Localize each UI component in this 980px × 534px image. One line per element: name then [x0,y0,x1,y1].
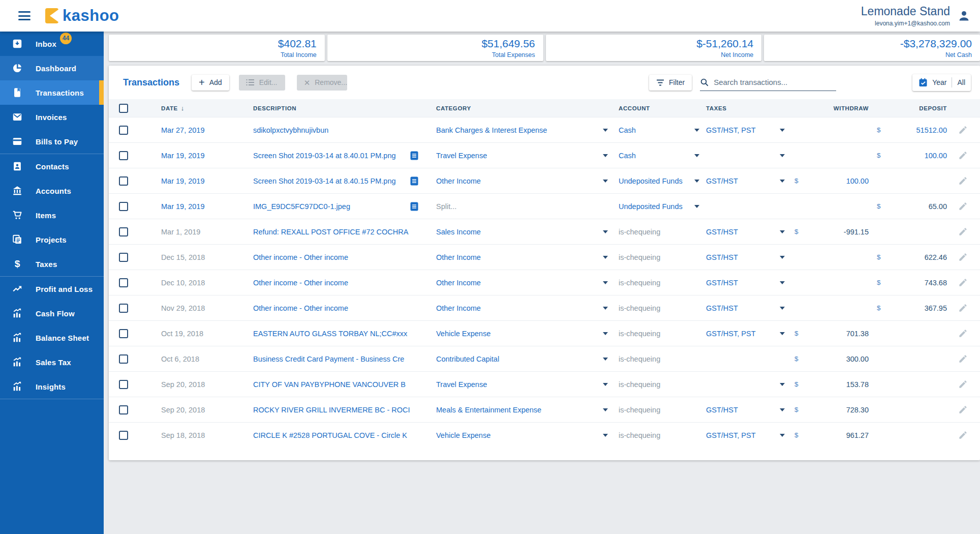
edit-pencil-icon[interactable] [958,278,968,287]
column-header-deposit[interactable]: DEPOSIT [871,99,951,117]
transaction-description[interactable]: CITY OF VAN PAYBYPHONE VANCOUVER B [253,380,422,389]
edit-pencil-icon[interactable] [958,405,968,414]
transaction-description[interactable]: Screen Shot 2019-03-14 at 8.40.01 PM.png [253,152,408,160]
taxes-dropdown[interactable]: GST/HST [701,245,788,270]
row-checkbox[interactable] [119,354,128,364]
taxes-dropdown[interactable]: GST/HST [701,295,788,320]
transaction-description[interactable]: Other income - Other income [253,279,422,287]
sidebar-item-accounts[interactable]: Accounts [0,179,104,203]
row-checkbox[interactable] [119,278,128,287]
sidebar-item-profit-and-loss[interactable]: Profit and Loss [0,277,104,301]
sidebar-item-projects[interactable]: Projects [0,227,104,252]
edit-pencil-icon[interactable] [958,430,968,440]
row-checkbox[interactable] [119,126,128,135]
transaction-description[interactable]: IMG_E9DC5FC97DC0-1.jpeg [253,202,408,211]
sidebar-item-taxes[interactable]: $ Taxes [0,252,104,276]
taxes-dropdown[interactable] [701,143,788,168]
edit-pencil-icon[interactable] [958,201,968,211]
range-all-option[interactable]: All [957,78,965,86]
edit-button[interactable]: Edit... [239,75,285,91]
category-dropdown[interactable]: Other Income [422,245,615,270]
sidebar-item-sales-tax[interactable]: Sales Tax [0,350,104,374]
column-header-date[interactable]: DATE↓ [147,99,244,117]
taxes-dropdown[interactable]: GST/HST [701,270,788,295]
category-dropdown[interactable]: Other Income [422,295,615,320]
kashoo-logo[interactable]: kashoo [45,7,119,25]
attachment-icon[interactable] [410,151,418,160]
transaction-description[interactable]: Refund: REXALL POST OFFICE #72 COCHRA [253,228,422,236]
row-checkbox[interactable] [119,176,128,186]
account-dropdown[interactable]: Undeposited Funds [615,194,701,219]
edit-pencil-icon[interactable] [958,379,968,389]
sidebar-item-transactions[interactable]: Transactions [0,80,104,105]
category-dropdown[interactable]: Contributed Capital [422,346,615,371]
account-dropdown[interactable]: Cash [615,143,701,168]
edit-pencil-icon[interactable] [958,176,968,186]
attachment-icon[interactable] [410,176,418,186]
edit-pencil-icon[interactable] [958,227,968,236]
transaction-description[interactable]: CIRCLE K #2528 PORTUGAL COVE - Circle K [253,431,422,439]
row-checkbox[interactable] [119,380,128,389]
sidebar-item-dashboard[interactable]: Dashboard [0,56,104,80]
edit-pencil-icon[interactable] [958,303,968,313]
transaction-description[interactable]: EASTERN AUTO GLASS TORBAY NL;CC#xxx [253,330,422,338]
sidebar-item-items[interactable]: Items [0,203,104,227]
taxes-dropdown[interactable]: GST/HST [701,168,788,193]
transaction-description[interactable]: ROCKY RIVER GRILL INVERMERE BC - ROCI [253,406,422,414]
search-input[interactable] [714,78,836,86]
sidebar-item-balance-sheet[interactable]: Balance Sheet [0,325,104,350]
category-dropdown[interactable]: Bank Charges & Interest Expense [422,117,615,142]
column-header-taxes[interactable]: TAXES [701,99,788,117]
edit-pencil-icon[interactable] [958,329,968,338]
row-checkbox[interactable] [119,202,128,211]
attachment-icon[interactable] [410,202,418,211]
category-dropdown[interactable]: Meals & Entertainment Expense [422,397,615,422]
taxes-dropdown[interactable] [701,372,788,397]
transaction-description[interactable]: Other income - Other income [253,304,422,312]
sidebar-item-inbox[interactable]: Inbox 44 [0,32,104,56]
category-dropdown[interactable]: Travel Expense [422,372,615,397]
row-checkbox[interactable] [119,431,128,440]
category-dropdown[interactable]: Travel Expense [422,143,615,168]
sidebar-item-invoices[interactable]: Invoices [0,105,104,129]
column-header-category[interactable]: CATEGORY [422,99,615,117]
range-year-option[interactable]: Year [932,78,946,86]
row-checkbox[interactable] [119,151,128,160]
category-dropdown[interactable]: Vehicle Expense [422,321,615,346]
user-avatar-icon[interactable] [957,9,971,23]
edit-pencil-icon[interactable] [958,125,968,135]
add-button[interactable]: + Add [192,75,229,91]
edit-pencil-icon[interactable] [958,252,968,262]
company-name[interactable]: Lemonade Stand [861,5,950,18]
edit-pencil-icon[interactable] [958,354,968,364]
transaction-description[interactable]: Business Credit Card Payment - Business … [253,355,422,363]
taxes-dropdown[interactable]: GST/HST [701,219,788,244]
account-dropdown[interactable]: Cash [615,117,701,142]
category-dropdown[interactable]: Other Income [422,168,615,193]
row-checkbox[interactable] [119,253,128,262]
row-checkbox[interactable] [119,329,128,338]
sidebar-item-contacts[interactable]: Contacts [0,154,104,179]
filter-button[interactable]: Filter [649,75,692,91]
select-all-checkbox[interactable] [119,104,128,113]
transaction-description[interactable]: Other income - Other income [253,253,422,261]
sidebar-item-bills-to-pay[interactable]: Bills to Pay [0,129,104,154]
row-checkbox[interactable] [119,227,128,236]
category-dropdown[interactable]: Other Income [422,270,615,295]
taxes-dropdown[interactable]: GST/HST, PST [701,117,788,142]
menu-icon[interactable] [18,11,30,20]
column-header-account[interactable]: ACCOUNT [615,99,701,117]
column-header-withdraw[interactable]: WITHDRAW [788,99,871,117]
row-checkbox[interactable] [119,405,128,414]
edit-pencil-icon[interactable] [958,151,968,160]
sidebar-item-cash-flow[interactable]: Cash Flow [0,301,104,325]
category-dropdown[interactable]: Vehicle Expense [422,423,615,448]
remove-button[interactable]: ✕ Remove... [297,75,347,91]
transaction-description[interactable]: Screen Shot 2019-03-14 at 8.40.15 PM.png [253,177,408,185]
sidebar-item-insights[interactable]: Insights [0,374,104,399]
account-dropdown[interactable]: Undeposited Funds [615,168,701,193]
taxes-dropdown[interactable]: GST/HST, PST [701,423,788,448]
row-checkbox[interactable] [119,304,128,313]
category-dropdown[interactable]: Sales Income [422,219,615,244]
column-header-description[interactable]: DESCRIPTION [244,99,422,117]
